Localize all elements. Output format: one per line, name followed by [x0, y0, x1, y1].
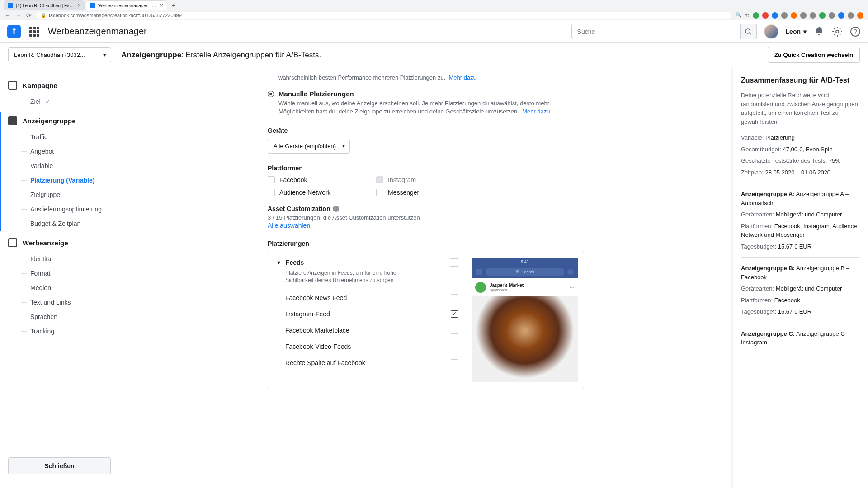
extension-icon[interactable]	[800, 12, 807, 19]
user-menu[interactable]: Leon ▾	[786, 28, 807, 35]
page-title: Anzeigengruppe: Erstelle Anzeigengruppen…	[121, 51, 321, 60]
extension-icon[interactable]	[838, 12, 844, 19]
nav-item-tracking[interactable]: Tracking	[21, 324, 111, 338]
feed-item-fb-news[interactable]: Facebook News Feed	[276, 290, 458, 306]
app-header: f Werbeanzeigenmanager Leon ▾ ?	[0, 20, 868, 43]
summary-panel: Zusammenfassung für A/B-Test Deine poten…	[732, 67, 868, 488]
nav-item-traffic[interactable]: Traffic	[21, 130, 111, 144]
reload-icon[interactable]: ⟳	[26, 12, 32, 19]
address-bar[interactable]: 🔒 facebook.com/adsmanager/creation?act=3…	[36, 12, 731, 19]
extension-icon[interactable]	[857, 12, 863, 19]
platform-instagram[interactable]: Instagram	[376, 176, 476, 183]
mehr-dazu-link[interactable]: Mehr dazu	[448, 74, 476, 81]
extension-icon[interactable]	[810, 12, 816, 19]
nav-item-medien[interactable]: Medien	[21, 281, 111, 295]
checkbox-icon	[268, 176, 275, 183]
platforms-label: Plattformen	[268, 164, 584, 172]
minus-icon[interactable]: −	[450, 258, 458, 267]
nav-item-optimierung[interactable]: Auslieferungsoptimierung	[21, 202, 111, 216]
app-title: Werbeanzeigenmanager	[48, 26, 147, 37]
page-title-bold: Anzeigengruppe	[121, 51, 181, 59]
facebook-logo-icon[interactable]: f	[7, 25, 21, 38]
group-b-platforms-label: Plattformen:	[741, 297, 773, 304]
summary-budget-label: Gesamtbudget:	[741, 146, 781, 153]
account-selector[interactable]: Leon R. Chaudhari (3032...	[8, 47, 111, 62]
feed-item-instagram[interactable]: Instagram-Feed	[276, 306, 458, 322]
feed-item-marketplace[interactable]: Facebook Marketplace	[276, 322, 458, 338]
close-icon[interactable]: ×	[78, 2, 81, 9]
manual-placements-radio[interactable]: Manuelle Platzierungen	[268, 90, 584, 98]
extension-icon[interactable]	[791, 12, 797, 19]
summary-testpower-value: 75%	[829, 157, 840, 164]
platform-audience-network[interactable]: Audience Network	[268, 189, 367, 196]
zoom-icon[interactable]: 🔍	[736, 12, 742, 19]
feed-item-video-feeds[interactable]: Facebook-Video-Feeds	[276, 338, 458, 355]
summary-variable-value: Platzierung	[765, 134, 795, 141]
chevron-down-icon[interactable]: ▼	[276, 260, 281, 265]
star-icon[interactable]: ☆	[745, 12, 750, 19]
mehr-dazu-link[interactable]: Mehr dazu	[522, 108, 550, 115]
feed-item-label: Facebook-Video-Feeds	[285, 343, 351, 350]
devices-label: Geräte	[268, 127, 584, 134]
help-icon[interactable]: ?	[850, 26, 861, 37]
nav-item-ziel[interactable]: Ziel	[21, 94, 111, 109]
extension-icon[interactable]	[848, 12, 854, 19]
chevron-down-icon: ▾	[803, 28, 807, 35]
close-icon[interactable]: ×	[160, 2, 163, 9]
bell-icon[interactable]	[814, 26, 825, 37]
nav-item-sprachen[interactable]: Sprachen	[21, 310, 111, 324]
browser-tab[interactable]: (1) Leon R. Chaudhari | Facebo… ×	[4, 0, 85, 10]
browser-tab-active[interactable]: Werbeanzeigenmanager - Cre… ×	[86, 0, 167, 10]
brand-avatar	[475, 282, 486, 293]
summary-schedule-value: 28.05.2020 – 01.06.2020	[765, 169, 831, 176]
extension-icon[interactable]	[753, 12, 759, 19]
divider	[741, 183, 860, 183]
avatar[interactable]	[764, 24, 778, 39]
extension-icon[interactable]	[762, 12, 769, 19]
extension-icon[interactable]	[819, 12, 826, 19]
nav-item-platzierung[interactable]: Platzierung (Variable)	[21, 173, 111, 188]
checkbox-icon	[376, 176, 383, 183]
search-icon	[745, 28, 752, 35]
select-all-link[interactable]: Alle auswählen	[268, 222, 584, 229]
platform-facebook[interactable]: Facebook	[268, 176, 367, 183]
platform-messenger[interactable]: Messenger	[376, 189, 476, 196]
asset-customization-label: Asset Customization	[268, 205, 330, 212]
search-input[interactable]	[571, 24, 741, 39]
svg-line-1	[750, 33, 751, 34]
feed-item-right-column[interactable]: Rechte Spalte auf Facebook	[276, 355, 458, 371]
nav-ad[interactable]: Werbeanzeige	[8, 234, 111, 252]
nav-item-text[interactable]: Text und Links	[21, 295, 111, 310]
left-nav: Kampagne Ziel Anzeigengruppe Traffic Ang…	[0, 67, 119, 488]
new-tab-button[interactable]: +	[168, 1, 179, 10]
divider	[741, 323, 860, 323]
extension-icon[interactable]	[772, 12, 778, 19]
apps-menu-icon[interactable]	[28, 25, 41, 38]
nav-item-angebot[interactable]: Angebot	[21, 144, 111, 159]
back-icon[interactable]: ←	[5, 12, 11, 19]
forward-icon[interactable]: →	[15, 12, 22, 19]
nav-item-budget[interactable]: Budget & Zeitplan	[21, 216, 111, 231]
phone-search: 🔍 Search	[486, 268, 564, 276]
nav-campaign[interactable]: Kampagne	[8, 76, 111, 94]
nav-item-format[interactable]: Format	[21, 266, 111, 281]
feed-item-label: Instagram-Feed	[285, 310, 330, 318]
group-a-label: Anzeigengruppe A:	[741, 191, 795, 197]
quick-creation-button[interactable]: Zu Quick Creation wechseln	[768, 47, 860, 63]
nav-item-variable[interactable]: Variable	[21, 159, 111, 173]
gear-icon[interactable]	[832, 26, 843, 37]
extension-icon[interactable]	[829, 12, 835, 19]
nav-item-identitat[interactable]: Identität	[21, 252, 111, 266]
info-icon[interactable]: i	[333, 206, 339, 212]
extension-icon[interactable]	[781, 12, 788, 19]
feed-item-label: Rechte Spalte auf Facebook	[285, 359, 365, 366]
devices-select[interactable]: Alle Geräte (empfohlen)	[268, 139, 350, 154]
nav-adset[interactable]: Anzeigengruppe	[8, 112, 111, 130]
checkbox-icon	[451, 327, 458, 334]
tab-title: (1) Leon R. Chaudhari | Facebo…	[16, 3, 75, 8]
camera-icon	[476, 269, 482, 275]
close-button[interactable]: Schließen	[8, 457, 111, 474]
auto-desc-tail: wahrscheinlich besten Performance mehrer…	[278, 74, 445, 81]
search-button[interactable]	[741, 24, 757, 39]
nav-item-zielgruppe[interactable]: Zielgruppe	[21, 188, 111, 202]
